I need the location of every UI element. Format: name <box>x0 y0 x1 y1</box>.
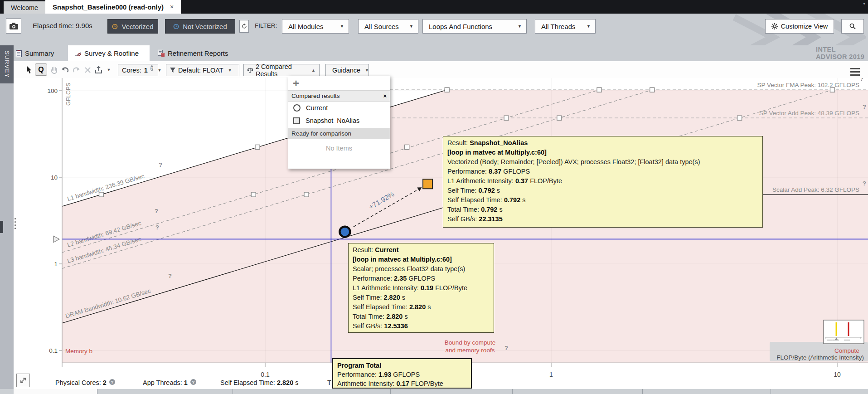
roof-knee-marker[interactable] <box>557 116 562 120</box>
main-toolbar: Elapsed time: 9.90s Vectorized Not Vecto… <box>0 14 868 45</box>
tooltip-row: [loop in matvec at Multiply.c:60] <box>447 148 758 157</box>
tooltip-row: Program Total <box>337 361 467 370</box>
not-vectorized-filter-button[interactable]: Not Vectorized <box>165 19 235 34</box>
y-tick-label: 100 <box>47 88 58 94</box>
not-vectorized-clock-icon <box>173 24 179 29</box>
chevron-down-icon: ▼ <box>335 24 344 29</box>
checkbox-icon[interactable] <box>293 117 300 124</box>
tooltip-row: Performance: 1.93 GFLOPS <box>337 370 467 379</box>
search-icon <box>849 23 856 29</box>
export-button[interactable] <box>93 64 103 75</box>
help-icon[interactable]: ? <box>190 379 196 385</box>
chart-menu-button[interactable] <box>850 66 860 78</box>
compute-roof-label[interactable]: SP Vector FMA Peak: 102.2 GFLOPS <box>757 82 859 88</box>
compared-results-dropdown[interactable]: 2 Compared Results ▲ <box>243 64 320 76</box>
roof-help-icon[interactable]: ? <box>863 103 866 110</box>
roof-help-icon[interactable]: ? <box>155 208 158 214</box>
compared-result-item[interactable]: Snapshot_NoAlias <box>288 114 390 127</box>
select-cursor-tool[interactable] <box>24 64 34 75</box>
expand-chart-button[interactable] <box>16 374 30 387</box>
pan-tool[interactable] <box>49 64 59 75</box>
export-caret-icon[interactable]: ▼ <box>104 64 114 75</box>
add-comparison-button[interactable]: + <box>288 76 390 90</box>
roof-knee-marker[interactable] <box>650 88 655 92</box>
cancel-zoom-button-disabled[interactable] <box>82 64 92 75</box>
crosshair-axis-marker <box>53 236 59 242</box>
y-tick-label: 1 <box>54 261 58 268</box>
window-tab-bar: Welcome Snapshot_Baseline000 (read-only)… <box>0 0 868 14</box>
vectorized-filter-button[interactable]: Vectorized <box>107 19 158 34</box>
window-menu-caret-icon[interactable]: ▾ <box>863 1 865 6</box>
zone-help-icon[interactable]: ? <box>504 345 508 351</box>
tab-summary[interactable]: Summary <box>16 45 54 61</box>
refresh-icon <box>242 24 247 29</box>
help-icon[interactable]: ? <box>150 65 153 71</box>
sources-filter-dropdown[interactable]: All Sources ▼ <box>358 19 418 34</box>
threads-filter-dropdown[interactable]: All Threads ▼ <box>535 19 596 34</box>
status-item: T <box>327 379 331 386</box>
svg-text:and memory roofs: and memory roofs <box>446 347 495 354</box>
close-popup-icon[interactable]: × <box>383 92 387 99</box>
roof-help-icon[interactable]: ? <box>159 161 162 168</box>
status-item: App Threads: 1? <box>143 379 196 386</box>
roof-knee-marker[interactable] <box>251 192 256 197</box>
customize-view-label: Customize View <box>781 23 828 30</box>
radio-icon[interactable] <box>293 104 301 112</box>
tab-refinement-reports[interactable]: Refinement Reports <box>158 45 228 61</box>
close-tab-icon[interactable]: × <box>170 3 174 10</box>
customize-view-button[interactable]: Customize View <box>765 19 834 34</box>
tooltip-row: Result: Current <box>353 245 490 255</box>
tooltip-row: Result: Snapshot_NoAlias <box>447 138 758 148</box>
chevron-down-icon: ▼ <box>158 68 162 73</box>
loop-point-noalias[interactable] <box>423 179 432 189</box>
compute-roof-label[interactable]: Scalar Add Peak: 6.32 GFLOPS <box>772 186 859 193</box>
roof-help-icon[interactable]: ? <box>168 272 172 279</box>
vectorized-label: Vectorized <box>121 23 153 30</box>
chevron-down-icon: ▼ <box>512 24 522 29</box>
reset-filter-button[interactable] <box>239 20 249 33</box>
undo-button[interactable] <box>60 64 70 75</box>
search-button[interactable] <box>841 19 864 34</box>
left-rail: SURVEY <box>0 45 14 394</box>
roof-knee-marker[interactable] <box>304 192 309 197</box>
roof-knee-marker[interactable] <box>255 145 260 149</box>
panel-collapse-handle[interactable] <box>0 221 3 233</box>
guidance-dropdown[interactable]: Guidance ▼ <box>325 64 369 76</box>
filter-label: FILTER: <box>255 22 277 29</box>
survey-vertical-tab[interactable]: SURVEY <box>0 45 14 83</box>
tooltip-row: [loop in matvec at Multiply.c:60] <box>353 255 490 264</box>
roof-knee-marker[interactable] <box>445 88 449 92</box>
tab-summary-label: Summary <box>25 49 54 57</box>
loops-filter-dropdown[interactable]: Loops And Functions ▼ <box>422 19 527 34</box>
redo-button-disabled[interactable] <box>71 64 81 75</box>
splitter-grip[interactable] <box>15 216 16 231</box>
sources-filter-value: All Sources <box>364 23 399 30</box>
zoom-tool-active[interactable]: Q <box>35 63 47 76</box>
tooltip-row: Self GB/s: 22.3135 <box>447 214 758 224</box>
roof-knee-marker[interactable] <box>737 116 742 120</box>
compared-results-list: CurrentSnapshot_NoAlias <box>288 102 390 127</box>
snapshot-camera-button[interactable] <box>6 18 21 34</box>
compared-result-item[interactable]: Current <box>288 102 390 114</box>
compute-roof-label[interactable]: SP Vector Add Peak: 48.39 GFLOPS <box>759 110 859 117</box>
not-vectorized-label: Not Vectorized <box>183 23 227 30</box>
refinement-reports-icon <box>158 50 165 57</box>
chevron-down-icon: ▼ <box>404 24 413 29</box>
tooltip-row: Self Time: 0.792 s <box>447 186 758 195</box>
tooltip-snapshot-noalias: Result: Snapshot_NoAlias[loop in matvec … <box>443 136 763 228</box>
tab-welcome[interactable]: Welcome <box>4 1 45 14</box>
roof-help-icon[interactable]: ? <box>155 224 159 231</box>
modules-filter-dropdown[interactable]: All Modules ▼ <box>282 19 349 34</box>
help-icon[interactable]: ? <box>109 379 115 385</box>
roof-knee-marker[interactable] <box>504 116 509 120</box>
roof-help-icon[interactable]: ? <box>863 180 866 187</box>
tab-survey-roofline[interactable]: Survey & Roofline <box>68 45 150 61</box>
roof-knee-marker[interactable] <box>405 145 409 149</box>
roofs-settings-dropdown[interactable]: Default: FLOAT ▼ <box>166 64 239 76</box>
cores-dropdown[interactable]: Cores: 1 ? ▼ <box>118 64 158 76</box>
compared-results-header-label: Compared results <box>291 92 340 99</box>
tab-snapshot-baseline[interactable]: Snapshot_Baseline000 (read-only) × <box>45 0 181 14</box>
roof-knee-marker[interactable] <box>99 192 103 197</box>
roof-knee-marker[interactable] <box>597 88 601 92</box>
loop-point-current[interactable] <box>339 227 350 237</box>
